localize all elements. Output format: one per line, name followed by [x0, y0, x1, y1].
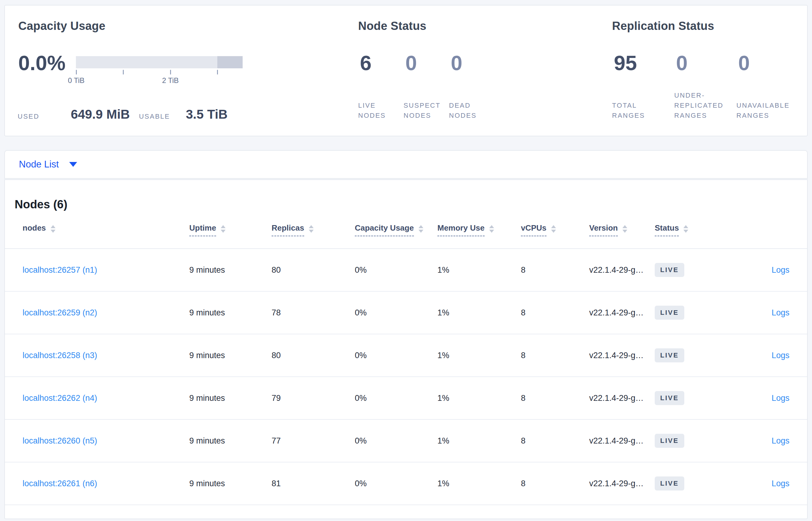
column-header-replicas[interactable]: Replicas — [271, 223, 355, 236]
logs-link[interactable]: Logs — [771, 393, 789, 403]
cell-vcpus: 8 — [521, 393, 589, 403]
axis-tick — [170, 70, 171, 74]
column-header-memory-use[interactable]: Memory Use — [437, 223, 521, 236]
column-header-uptime[interactable]: Uptime — [189, 223, 271, 236]
capacity-used-percent: 0.0% — [18, 52, 66, 85]
node-list-dropdown-label: Node List — [19, 159, 59, 170]
cell-memory-use: 1% — [437, 393, 521, 403]
usable-label: USABLE — [139, 113, 170, 120]
table-row: localhost:26262 (n4) 9 minutes 79 0% 1% … — [5, 377, 807, 420]
suspect-nodes-stat: 0 SUSPECT NODES — [404, 52, 449, 120]
cell-capacity-usage: 0% — [355, 479, 437, 489]
cell-uptime: 9 minutes — [189, 479, 271, 489]
status-badge: LIVE — [655, 391, 684, 405]
cell-version: v22.1.4-29-g… — [589, 265, 655, 275]
node-link[interactable]: localhost:26260 (n5) — [23, 436, 189, 446]
logs-link[interactable]: Logs — [771, 265, 789, 275]
node-status-section: Node Status 6 LIVE NODES 0 SUSPECT NODES… — [358, 19, 553, 124]
suspect-nodes-value: 0 — [404, 52, 449, 73]
used-label: USED — [18, 113, 39, 120]
column-header-label: Replicas — [271, 223, 304, 236]
axis-label-2tib: 2 TiB — [162, 76, 179, 85]
under-replicated-ranges-label: UNDER-REPLICATED RANGES — [674, 90, 729, 120]
cell-memory-use: 1% — [437, 265, 521, 275]
cell-memory-use: 1% — [437, 351, 521, 360]
cell-memory-use: 1% — [437, 436, 521, 446]
column-header-label: Capacity Usage — [355, 223, 414, 236]
column-header-label: vCPUs — [521, 223, 547, 236]
capacity-bar-track — [76, 56, 243, 68]
live-nodes-value: 6 — [358, 52, 404, 73]
axis-tick — [76, 70, 77, 74]
suspect-nodes-label: SUSPECT NODES — [404, 100, 449, 120]
unavailable-ranges-stat: 0 UNAVAILABLE RANGES — [736, 52, 798, 120]
column-header-label: nodes — [23, 223, 46, 236]
node-link[interactable]: localhost:26257 (n1) — [23, 265, 189, 275]
nodes-card: Nodes (6) nodes Uptime Replicas Capacity… — [4, 179, 808, 519]
sort-arrows-icon — [489, 225, 494, 233]
live-nodes-stat: 6 LIVE NODES — [358, 52, 404, 120]
axis-tick — [217, 70, 218, 74]
table-row: localhost:26257 (n1) 9 minutes 80 0% 1% … — [5, 249, 807, 292]
cell-uptime: 9 minutes — [189, 265, 271, 275]
node-link[interactable]: localhost:26262 (n4) — [23, 393, 189, 403]
sort-arrows-icon — [551, 225, 556, 233]
node-link[interactable]: localhost:26259 (n2) — [23, 308, 189, 318]
dead-nodes-stat: 0 DEAD NODES — [449, 52, 494, 120]
logs-link[interactable]: Logs — [771, 351, 789, 360]
sort-arrows-icon — [51, 225, 55, 233]
live-nodes-label: LIVE NODES — [358, 100, 404, 120]
cell-vcpus: 8 — [521, 308, 589, 318]
cell-version: v22.1.4-29-g… — [589, 393, 655, 403]
column-header-capacity-usage[interactable]: Capacity Usage — [355, 223, 437, 236]
column-header-status[interactable]: Status — [655, 223, 716, 236]
sort-arrows-icon — [684, 225, 688, 233]
capacity-usage-title: Capacity Usage — [18, 19, 250, 32]
total-ranges-value: 95 — [612, 52, 674, 73]
caret-down-icon — [69, 162, 77, 167]
column-header-label: Uptime — [189, 223, 216, 236]
capacity-axis — [76, 68, 243, 75]
cell-vcpus: 8 — [521, 265, 589, 275]
total-ranges-label: TOTAL RANGES — [612, 100, 666, 120]
view-selector-bar: Node List — [4, 150, 808, 179]
cluster-summary-card: Capacity Usage 0.0% 0 TiB 2 TiB — [4, 5, 808, 136]
cell-memory-use: 1% — [437, 308, 521, 318]
node-list-dropdown[interactable]: Node List — [5, 151, 86, 178]
cell-capacity-usage: 0% — [355, 308, 437, 318]
table-header-row: nodes Uptime Replicas Capacity Usage Mem… — [5, 211, 807, 249]
capacity-bar: 0 TiB 2 TiB — [76, 56, 243, 85]
cell-version: v22.1.4-29-g… — [589, 351, 655, 360]
node-link[interactable]: localhost:26258 (n3) — [23, 351, 189, 360]
usable-value: 3.5 TiB — [186, 107, 228, 122]
column-header-label: Version — [589, 223, 618, 236]
cell-vcpus: 8 — [521, 351, 589, 360]
column-header-nodes[interactable]: nodes — [23, 223, 189, 236]
logs-link[interactable]: Logs — [771, 436, 789, 446]
capacity-usage-section: Capacity Usage 0.0% 0 TiB 2 TiB — [18, 19, 250, 124]
cell-uptime: 9 minutes — [189, 393, 271, 403]
nodes-table-title: Nodes (6) — [5, 180, 807, 211]
cell-replicas: 80 — [271, 351, 355, 360]
cell-replicas: 80 — [271, 265, 355, 275]
column-header-version[interactable]: Version — [589, 223, 655, 236]
table-row: localhost:26259 (n2) 9 minutes 78 0% 1% … — [5, 292, 807, 334]
column-header-vcpus[interactable]: vCPUs — [521, 223, 589, 236]
column-header-label: Memory Use — [437, 223, 485, 236]
unavailable-ranges-value: 0 — [736, 52, 798, 73]
cell-uptime: 9 minutes — [189, 351, 271, 360]
logs-link[interactable]: Logs — [771, 479, 789, 489]
dead-nodes-label: DEAD NODES — [449, 100, 494, 120]
cell-capacity-usage: 0% — [355, 393, 437, 403]
node-link[interactable]: localhost:26261 (n6) — [23, 479, 189, 489]
cell-capacity-usage: 0% — [355, 265, 437, 275]
status-badge: LIVE — [655, 348, 684, 362]
cell-vcpus: 8 — [521, 479, 589, 489]
logs-link[interactable]: Logs — [771, 308, 789, 318]
under-replicated-ranges-value: 0 — [674, 52, 736, 73]
cell-memory-use: 1% — [437, 479, 521, 489]
sort-arrows-icon — [419, 225, 423, 233]
status-badge: LIVE — [655, 263, 684, 277]
unavailable-ranges-label: UNAVAILABLE RANGES — [736, 100, 791, 120]
dead-nodes-value: 0 — [449, 52, 494, 73]
